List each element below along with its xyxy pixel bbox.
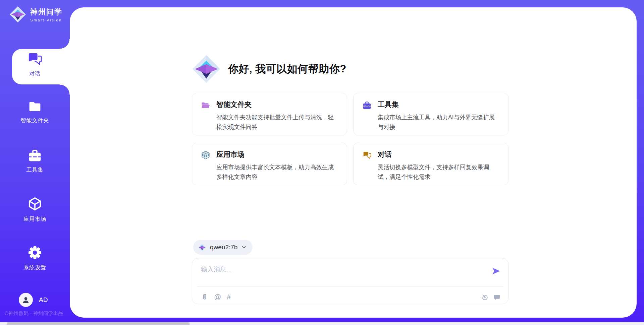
composer-tools-right [481,291,501,303]
at-icon[interactable]: @ [214,293,221,300]
toolbox-icon [362,101,372,110]
card-description: 智能文件夹功能支持批量文件上传与清洗，轻松实现文件问答 [216,113,339,132]
user-profile[interactable]: AD [19,293,48,307]
app-grid-icon [201,150,210,160]
card-chat[interactable]: 对话 灵活切换多模型文件，支持多样回复效果调试，满足个性化需求 [353,143,508,185]
greeting-title: 你好, 我可以如何帮助你? [228,62,346,76]
chat-icon [27,52,43,66]
user-avatar-icon [21,296,30,304]
main-panel: 你好, 我可以如何帮助你? 智能文件夹 智能文件夹功能支持批量文件上传与清洗，轻… [70,7,637,318]
card-title: 应用市场 [216,150,339,159]
card-description: 集成市场上主流工具，助力AI与外界无缝扩展与对接 [378,113,500,132]
composer-divider [198,286,503,287]
card-title: 智能文件夹 [216,100,339,109]
brand-name: 神州问学 [30,7,62,17]
card-description: 灵活切换多模型文件，支持多样回复效果调试，满足个性化需求 [378,162,500,182]
card-title: 工具集 [378,100,500,109]
sidebar-item-chat[interactable]: 对话 [0,52,70,77]
card-toolset[interactable]: 工具集 集成市场上主流工具，助力AI与外界无缝扩展与对接 [353,93,508,135]
chat-bubbles-icon [362,150,372,160]
folder-open-icon [201,101,210,110]
card-description: 应用市场提供丰富长文本模板，助力高效生成多样化文章内容 [216,162,339,182]
sidebar-footer: ©神州数码 · 神州问学出品 [5,310,68,317]
chat-bubble-icon[interactable] [493,294,501,301]
sidebar-item-app-market[interactable]: 应用市场 [0,196,70,223]
gear-icon [27,245,43,260]
model-diamond-logo-icon [198,243,206,252]
folder-icon [28,100,42,113]
model-name: qwen2:7b [210,244,237,251]
feature-cards: 智能文件夹 智能文件夹功能支持批量文件上传与清洗，轻松实现文件问答 工具集 集成… [192,93,508,185]
sidebar-item-toolset[interactable]: 工具集 [0,148,70,174]
user-initials: AD [39,296,48,304]
card-smart-folder[interactable]: 智能文件夹 智能文件夹功能支持批量文件上传与清洗，轻松实现文件问答 [192,93,347,135]
app-window: 神州问学 Smart Vision 对话 智能文件夹 [0,0,644,325]
paperclip-icon[interactable] [201,292,208,301]
active-tab-curve-bottom [60,84,70,94]
sidebar-item-label: 系统设置 [0,264,70,271]
chevron-down-icon [241,245,247,250]
sidebar-item-label: 应用市场 [0,216,70,223]
brand-diamond-logo-icon [9,6,26,23]
composer-tools-left: @ # [201,290,231,303]
brand-subtitle: Smart Vision [30,18,62,22]
send-icon[interactable] [491,266,501,276]
horizontal-scrollbar[interactable] [0,322,644,325]
composer: @ # [192,258,508,304]
active-tab-curve-top [60,39,70,49]
sidebar-item-settings[interactable]: 系统设置 [0,245,70,271]
brand: 神州问学 Smart Vision [9,6,62,23]
message-input[interactable] [201,266,476,273]
sidebar-item-label: 对话 [0,70,70,77]
card-app-market[interactable]: 应用市场 应用市场提供丰富长文本模板，助力高效生成多样化文章内容 [192,143,347,185]
history-icon[interactable] [481,294,488,301]
hash-icon[interactable]: # [227,293,231,300]
cube-icon [27,196,43,212]
greeting: 你好, 我可以如何帮助你? [192,55,346,83]
sidebar-item-smart-folder[interactable]: 智能文件夹 [0,100,70,124]
scrollbar-thumb[interactable] [7,322,190,325]
greeting-diamond-logo-icon [192,55,221,83]
sidebar-item-label: 智能文件夹 [0,117,70,124]
model-selector[interactable]: qwen2:7b [193,240,253,255]
toolbox-icon [28,148,42,162]
avatar [19,293,33,307]
sidebar-item-label: 工具集 [0,167,70,174]
card-title: 对话 [378,150,500,159]
